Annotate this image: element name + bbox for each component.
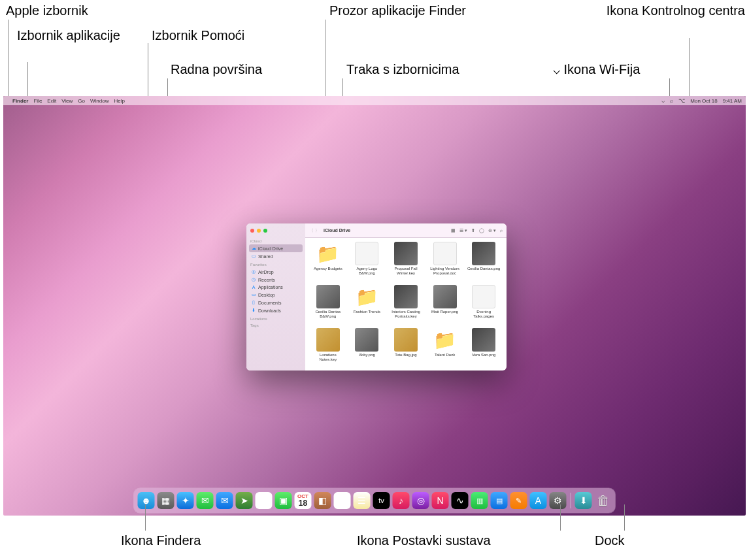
file-item[interactable]: Ageny Logo B&W.png	[348, 242, 386, 284]
file-name: Proposal Fall Winter.key	[388, 267, 424, 275]
dock-reminders-icon[interactable]: ☰	[334, 492, 351, 509]
dock-finder-icon[interactable]: ☻	[138, 492, 155, 509]
view-icons-button[interactable]: ▦	[451, 228, 456, 233]
zoom-window-button[interactable]	[263, 229, 267, 233]
sidebar-section-tags: Tags	[250, 323, 301, 327]
dock-contacts-icon[interactable]: ◧	[314, 492, 331, 509]
file-item[interactable]: Lighting Vendors Proposal.doc	[426, 242, 464, 284]
file-item[interactable]: Cecilia Dantas.png	[465, 242, 503, 284]
label-wifi-icon: ⌵ Ikona Wi-Fija	[553, 62, 640, 77]
dock-podcasts-icon[interactable]: ◎	[412, 492, 429, 509]
file-item[interactable]: Vera San.png	[465, 328, 503, 370]
callout-line	[669, 78, 670, 98]
sidebar-item-documents[interactable]: ▯Documents	[249, 299, 303, 306]
dock-facetime-icon[interactable]: ▣	[275, 492, 292, 509]
back-button[interactable]: 〈	[309, 227, 314, 234]
file-item[interactable]: Evening Talks.pages	[465, 285, 503, 327]
label-control-center: Ikona Kontrolnog centra	[523, 3, 745, 18]
file-item[interactable]: Cecilia Dantas B&W.png	[309, 285, 347, 327]
label-desktop: Radna površina	[171, 62, 262, 77]
macos-screenshot: Finder File Edit View Go Window Help ⌵ ⌕…	[3, 96, 746, 516]
callout-line	[27, 62, 28, 98]
search-button[interactable]: ⌕	[500, 228, 503, 233]
dock-downloads-icon[interactable]: ⬇︎	[575, 492, 592, 509]
file-name: Fashion Trends	[354, 310, 380, 314]
file-thumbnail	[472, 328, 495, 352]
spotlight-icon[interactable]: ⌕	[670, 97, 673, 104]
doc-icon: ▯	[251, 300, 256, 305]
dock-mail-icon[interactable]: ✉︎	[216, 492, 233, 509]
dock-trash-icon[interactable]: 🗑	[595, 492, 612, 509]
dock-system-preferences-icon[interactable]: ⚙︎	[550, 492, 567, 509]
dock-maps-icon[interactable]: ➤	[236, 492, 253, 509]
dock-launchpad-icon[interactable]: ▦	[158, 492, 175, 509]
minimize-window-button[interactable]	[257, 229, 261, 233]
dock-photos-icon[interactable]: ✿	[256, 492, 273, 509]
dock-tv-icon[interactable]: tv	[373, 492, 390, 509]
folder-icon: 📁	[355, 285, 378, 308]
sidebar-item-shared[interactable]: ▭Shared	[249, 252, 303, 260]
dock-notes-icon[interactable]: ☰	[354, 492, 371, 509]
app-menu[interactable]: Finder	[12, 98, 28, 104]
shared-icon: ▭	[251, 254, 256, 259]
file-item[interactable]: Matt Roper.png	[426, 285, 464, 327]
dock-appstore-icon[interactable]: A	[530, 492, 547, 509]
callout-line	[342, 78, 343, 98]
dock-pages-icon[interactable]: ✎	[510, 492, 527, 509]
file-item[interactable]: 📁Talent Deck	[426, 328, 464, 370]
dock-music-icon[interactable]: ♪	[393, 492, 410, 509]
sidebar-item-icloud-drive[interactable]: ☁︎iCloud Drive	[249, 244, 303, 252]
file-thumbnail	[433, 242, 457, 265]
menu-edit[interactable]: Edit	[47, 98, 56, 104]
view-group-button[interactable]: ☰ ▾	[459, 228, 467, 233]
action-button[interactable]: ⊖ ▾	[488, 228, 496, 233]
file-thumbnail	[394, 285, 418, 308]
tag-button[interactable]: ◯	[479, 228, 484, 233]
wifi-status-icon[interactable]: ⌵	[661, 97, 665, 104]
sidebar-item-airdrop[interactable]: ◎AirDrop	[249, 268, 303, 276]
folder-icon: 📁	[316, 242, 340, 265]
dock-keynote-icon[interactable]: ▤	[491, 492, 508, 509]
file-name: Matt Roper.png	[431, 310, 458, 314]
file-item[interactable]: 📁Fashion Trends	[348, 285, 386, 327]
menu-go[interactable]: Go	[78, 98, 85, 104]
file-name: Cecilia Dantas B&W.png	[310, 310, 346, 318]
file-item[interactable]: Proposal Fall Winter.key	[387, 242, 425, 284]
dock-calendar-icon[interactable]: OCT18	[295, 492, 312, 509]
close-window-button[interactable]	[250, 229, 254, 233]
dock-stocks-icon[interactable]: ∿	[452, 492, 469, 509]
menubar-date[interactable]: Mon Oct 18	[690, 98, 717, 104]
sidebar-item-recents[interactable]: ◷Recents	[249, 276, 303, 284]
menu-file[interactable]: File	[33, 98, 42, 104]
forward-button[interactable]: 〉	[315, 227, 320, 234]
file-thumbnail	[472, 285, 495, 308]
file-item[interactable]: 📁Agency Budgets	[309, 242, 347, 284]
file-item[interactable]: Interiors Casting Portraits.key	[387, 285, 425, 327]
file-item[interactable]: Abby.png	[348, 328, 386, 370]
finder-window[interactable]: iCloud ☁︎iCloud Drive ▭Shared Favorites …	[246, 223, 507, 371]
dock-numbers-icon[interactable]: ▥	[471, 492, 488, 509]
file-name: Vera San.png	[472, 353, 495, 357]
folder-icon: 📁	[433, 328, 457, 352]
menu-window[interactable]: Window	[90, 98, 108, 104]
file-item[interactable]: Tote Bag.jpg	[387, 328, 425, 370]
control-center-icon[interactable]: ⌥	[678, 97, 685, 104]
file-item[interactable]: Locations Notes.key	[309, 328, 347, 370]
finder-content: 📁Agency BudgetsAgeny Logo B&W.pngProposa…	[305, 238, 507, 371]
label-help-menu: Izbornik Pomoći	[152, 28, 244, 43]
sidebar-item-desktop[interactable]: ▭Desktop	[249, 291, 303, 299]
dock-messages-icon[interactable]: ✉︎	[197, 492, 214, 509]
menubar-time[interactable]: 9:41 AM	[723, 98, 742, 104]
label-system-preferences-icon: Ikona Postavki sustava	[357, 533, 491, 548]
menu-view[interactable]: View	[61, 98, 73, 104]
sidebar-item-applications[interactable]: AApplications	[249, 284, 303, 291]
label-finder-window: Prozor aplikacije Finder	[329, 3, 466, 18]
callout-line	[689, 38, 690, 98]
wifi-icon: ⌵	[553, 63, 560, 76]
menu-help[interactable]: Help	[114, 98, 124, 104]
sidebar-item-downloads[interactable]: ⬇︎Downloads	[249, 306, 303, 314]
share-button[interactable]: ⬆︎	[471, 228, 475, 233]
dock-news-icon[interactable]: N	[432, 492, 449, 509]
menu-bar: Finder File Edit View Go Window Help ⌵ ⌕…	[3, 96, 746, 105]
dock-safari-icon[interactable]: ✦	[177, 492, 194, 509]
